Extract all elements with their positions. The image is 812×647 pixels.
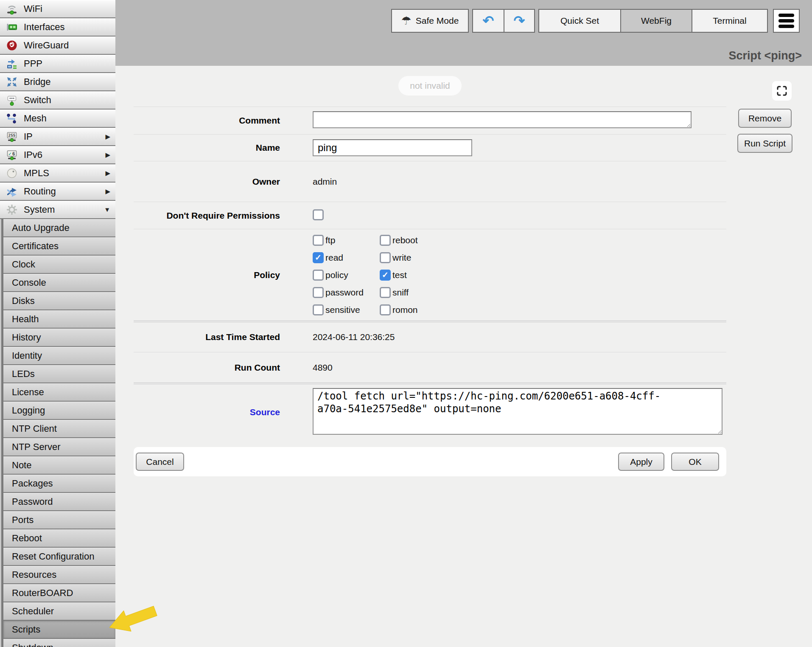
sidebar-item-label: PPP: [24, 58, 42, 69]
remove-button[interactable]: Remove: [738, 109, 792, 128]
sidebar-item-label: WiFi: [24, 3, 42, 14]
policy-option-write[interactable]: write: [380, 249, 726, 266]
sidebar-item-reboot[interactable]: Reboot: [3, 529, 115, 547]
sidebar-item-logging[interactable]: Logging: [3, 402, 115, 419]
sidebar-item-switch[interactable]: Switch: [0, 91, 115, 109]
sidebar-item-wireguard[interactable]: WireGuard: [0, 37, 115, 54]
run-count-label: Run Count: [134, 363, 313, 373]
sidebar-item-scheduler[interactable]: Scheduler: [3, 602, 115, 620]
policy-option-label: reboot: [392, 235, 418, 245]
sidebar-item-label: IP: [24, 131, 33, 142]
safe-mode-button[interactable]: ☂ Safe Mode: [392, 10, 468, 32]
tab-terminal[interactable]: Terminal: [692, 10, 767, 32]
policy-option-test[interactable]: ✓test: [380, 266, 726, 284]
checkbox-unchecked[interactable]: [380, 304, 391, 315]
ipv6-icon: ✓6: [6, 149, 18, 161]
owner-label: Owner: [134, 177, 313, 187]
sidebar-item-shutdown[interactable]: Shutdown: [3, 639, 115, 647]
wifi-icon: [6, 3, 18, 15]
sidebar-item-routerboard[interactable]: RouterBOARD: [3, 584, 115, 602]
bridge-icon: [6, 76, 18, 88]
fullscreen-button[interactable]: [772, 81, 792, 101]
sidebar-item-ntp-server[interactable]: NTP Server: [3, 438, 115, 456]
redo-icon: ↷: [514, 14, 525, 28]
sidebar-item-bridge[interactable]: Bridge: [0, 73, 115, 90]
tab-quick-set[interactable]: Quick Set: [539, 10, 620, 32]
checkbox-unchecked[interactable]: [313, 287, 324, 298]
sidebar-item-ports[interactable]: Ports: [3, 511, 115, 529]
sidebar-item-password[interactable]: Password: [3, 493, 115, 510]
redo-button[interactable]: ↷: [504, 10, 534, 32]
safe-mode-label: Safe Mode: [416, 16, 459, 26]
checkbox-unchecked[interactable]: [380, 235, 391, 246]
owner-row: Owner admin: [134, 161, 726, 202]
hamburger-menu-button[interactable]: [773, 9, 800, 33]
run-count-value: 4890: [313, 363, 726, 373]
policy-option-sensitive[interactable]: sensitive: [313, 301, 380, 318]
checkbox-unchecked[interactable]: [313, 235, 324, 246]
sidebar-item-ip[interactable]: 255IP▶: [0, 128, 115, 145]
policy-option-policy[interactable]: policy: [313, 266, 380, 284]
cancel-button[interactable]: Cancel: [136, 453, 184, 471]
name-input[interactable]: [313, 139, 472, 156]
checkbox-unchecked[interactable]: [380, 252, 391, 263]
sidebar-item-identity[interactable]: Identity: [3, 347, 115, 364]
sidebar-item-console[interactable]: Console: [3, 274, 115, 291]
sidebar-item-routing[interactable]: Routing▶: [0, 183, 115, 200]
policy-option-reboot[interactable]: reboot: [380, 231, 726, 249]
checkbox-unchecked[interactable]: [313, 304, 324, 315]
sidebar-item-packages[interactable]: Packages: [3, 475, 115, 492]
sidebar-item-interfaces[interactable]: Interfaces: [0, 18, 115, 36]
switch-icon: [6, 94, 18, 107]
undo-button[interactable]: ↶: [473, 10, 504, 32]
sidebar-item-mpls[interactable]: MPLS▶: [0, 164, 115, 182]
sidebar-item-ntp-client[interactable]: NTP Client: [3, 420, 115, 437]
comment-input[interactable]: [313, 111, 692, 128]
sidebar-item-wifi[interactable]: WiFi: [0, 0, 115, 17]
checkbox-unchecked[interactable]: [380, 287, 391, 298]
apply-button[interactable]: Apply: [618, 453, 664, 471]
policy-option-romon[interactable]: romon: [380, 301, 726, 318]
sidebar-item-resources[interactable]: Resources: [3, 566, 115, 583]
sidebar-item-ipv6[interactable]: ✓6IPv6▶: [0, 146, 115, 163]
sidebar-item-leds[interactable]: LEDs: [3, 365, 115, 383]
name-label: Name: [134, 143, 313, 153]
checkbox-unchecked[interactable]: [313, 270, 324, 281]
policy-option-sniff[interactable]: sniff: [380, 284, 726, 301]
sidebar-item-system[interactable]: System▼: [0, 201, 115, 218]
sidebar-item-clock[interactable]: Clock: [3, 256, 115, 273]
fullscreen-icon: [776, 85, 787, 96]
sidebar-item-disks[interactable]: Disks: [3, 292, 115, 309]
policy-option-read[interactable]: ✓read: [313, 249, 380, 266]
sidebar-item-scripts[interactable]: Scripts: [3, 621, 115, 638]
comment-label: Comment: [134, 115, 313, 126]
policy-option-label: write: [392, 253, 411, 263]
policy-option-password[interactable]: password: [313, 284, 380, 301]
source-input[interactable]: /tool fetch url="https://hc-ping.com/620…: [313, 388, 722, 435]
checkbox-checked[interactable]: ✓: [380, 270, 391, 281]
policy-option-ftp[interactable]: ftp: [313, 231, 380, 249]
sidebar-item-mesh[interactable]: Mesh: [0, 110, 115, 127]
view-tabs-group: Quick Set WebFig Terminal: [538, 9, 768, 33]
main-content: not invalid Remove Run Script Comment Na…: [115, 66, 812, 647]
tab-webfig[interactable]: WebFig: [620, 10, 692, 32]
sidebar-item-health[interactable]: Health: [3, 310, 115, 328]
run-script-button[interactable]: Run Script: [737, 134, 792, 153]
source-row: Source /tool fetch url="https://hc-ping.…: [134, 383, 726, 440]
chevron-right-icon: ▶: [105, 169, 110, 177]
checkbox-checked[interactable]: ✓: [313, 252, 324, 263]
sidebar-item-label: Routing: [24, 186, 56, 197]
policy-option-label: romon: [392, 305, 418, 315]
policy-label: Policy: [134, 270, 313, 280]
ok-button[interactable]: OK: [671, 453, 719, 471]
sidebar-item-note[interactable]: Note: [3, 456, 115, 474]
sidebar-item-license[interactable]: License: [3, 383, 115, 401]
sidebar-item-certificates[interactable]: Certificates: [3, 237, 115, 255]
system-icon: [6, 203, 18, 216]
sidebar-item-reset-configuration[interactable]: Reset Configuration: [3, 548, 115, 565]
sidebar-item-ppp[interactable]: PPP: [0, 55, 115, 72]
sidebar-item-auto-upgrade[interactable]: Auto Upgrade: [3, 219, 115, 236]
dont-require-permissions-checkbox[interactable]: [313, 209, 324, 220]
last-time-started-row: Last Time Started 2024-06-11 20:36:25: [134, 321, 726, 352]
sidebar-item-history[interactable]: History: [3, 329, 115, 346]
